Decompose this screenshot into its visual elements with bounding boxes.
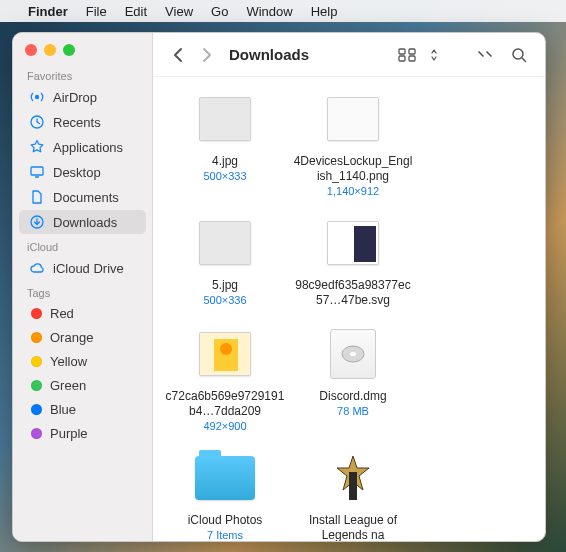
apps-icon [29,139,45,155]
app-menu[interactable]: Finder [28,4,68,19]
file-meta: 500×333 [203,170,246,182]
sidebar-item-recents[interactable]: Recents [19,110,146,134]
view-icons-button[interactable] [396,44,418,66]
tag-green[interactable]: Green [19,374,146,397]
file-item[interactable]: 4DevicesLockup_English_1140.png1,140×912 [289,83,417,207]
sidebar-item-label: Desktop [53,165,101,180]
dmg-icon [330,329,376,379]
sidebar-item-label: Red [50,306,74,321]
svg-rect-2 [31,167,43,175]
minimize-button[interactable] [44,44,56,56]
sidebar-item-label: Orange [50,330,93,345]
doc-icon [29,189,45,205]
menu-view[interactable]: View [165,4,193,19]
file-name: 4.jpg [212,154,238,169]
file-thumbnail [311,322,395,386]
image-thumbnail [327,221,379,265]
file-name: Discord.dmg [319,389,386,404]
file-name: Install League of Legends na [293,513,413,541]
sidebar-item-label: iCloud Drive [53,261,124,276]
file-item[interactable]: Install League of Legends na [289,442,417,541]
image-thumbnail [199,221,251,265]
file-item[interactable]: iCloud Photos7 Items [161,442,289,541]
file-item[interactable]: 98c9edf635a98377ec57…47be.svg [289,207,417,318]
tag-blue[interactable]: Blue [19,398,146,421]
main-pane: Downloads 4.jpg500×3334DevicesLockup_Eng… [153,33,545,541]
tag-red[interactable]: Red [19,302,146,325]
image-thumbnail [327,97,379,141]
svg-rect-11 [200,222,251,265]
svg-point-0 [35,95,39,99]
file-meta: 7 Items [207,529,243,541]
forward-button[interactable] [195,43,219,67]
icloud-heading: iCloud [13,235,152,255]
toolbar: Downloads [153,33,545,77]
sidebar-item-documents[interactable]: Documents [19,185,146,209]
toolbar-overflow[interactable] [474,44,496,66]
svg-point-18 [350,352,356,356]
sidebar-item-label: Blue [50,402,76,417]
sidebar-item-desktop[interactable]: Desktop [19,160,146,184]
svg-rect-7 [409,56,415,61]
sidebar-item-airdrop[interactable]: AirDrop [19,85,146,109]
favorites-heading: Favorites [13,64,152,84]
tag-yellow[interactable]: Yellow [19,350,146,373]
svg-rect-10 [328,98,379,141]
tag-dot-icon [31,380,42,391]
file-item[interactable]: 5.jpg500×336 [161,207,289,318]
zoom-button[interactable] [63,44,75,56]
file-thumbnail [183,446,267,510]
menu-help[interactable]: Help [311,4,338,19]
menu-go[interactable]: Go [211,4,228,19]
tag-dot-icon [31,404,42,415]
group-menu[interactable] [423,44,445,66]
file-item[interactable]: c72ca6b569e9729191b4…7dda209492×900 [161,318,289,442]
sidebar-item-label: AirDrop [53,90,97,105]
back-button[interactable] [165,43,189,67]
tag-purple[interactable]: Purple [19,422,146,445]
svg-rect-6 [399,56,405,61]
file-item[interactable]: 4.jpg500×333 [161,83,289,207]
file-name: 98c9edf635a98377ec57…47be.svg [293,278,413,308]
sidebar-item-label: Applications [53,140,123,155]
svg-rect-13 [354,226,376,262]
svg-rect-9 [200,98,251,141]
file-meta: 492×900 [203,420,246,432]
file-thumbnail [311,87,395,151]
tag-orange[interactable]: Orange [19,326,146,349]
search-button[interactable] [508,44,530,66]
menu-file[interactable]: File [86,4,107,19]
file-thumbnail [311,211,395,275]
file-meta: 78 MB [337,405,369,417]
window-title: Downloads [229,46,309,63]
traffic-lights [13,40,152,64]
file-thumbnail [311,446,395,510]
tag-dot-icon [31,332,42,343]
sidebar-item-label: Purple [50,426,88,441]
desktop-icon [29,164,45,180]
svg-rect-5 [409,49,415,54]
folder-icon [195,456,255,500]
close-button[interactable] [25,44,37,56]
file-item[interactable]: Discord.dmg78 MB [289,318,417,442]
image-thumbnail [199,332,251,376]
svg-rect-19 [349,472,357,500]
airdrop-icon [29,89,45,105]
file-meta: 500×336 [203,294,246,306]
file-content[interactable]: 4.jpg500×3334DevicesLockup_English_1140.… [153,77,545,541]
cloud-icon [29,260,45,276]
tag-dot-icon [31,356,42,367]
menu-edit[interactable]: Edit [125,4,147,19]
sidebar-item-applications[interactable]: Applications [19,135,146,159]
tag-dot-icon [31,428,42,439]
image-thumbnail [199,97,251,141]
svg-rect-4 [399,49,405,54]
sidebar-item-label: Documents [53,190,119,205]
menu-window[interactable]: Window [246,4,292,19]
sidebar-item-label: Yellow [50,354,87,369]
sidebar-item-icloud-drive[interactable]: iCloud Drive [19,256,146,280]
sidebar-item-downloads[interactable]: Downloads [19,210,146,234]
system-menubar: Finder File Edit View Go Window Help [0,0,566,22]
clock-icon [29,114,45,130]
tags-heading: Tags [13,281,152,301]
